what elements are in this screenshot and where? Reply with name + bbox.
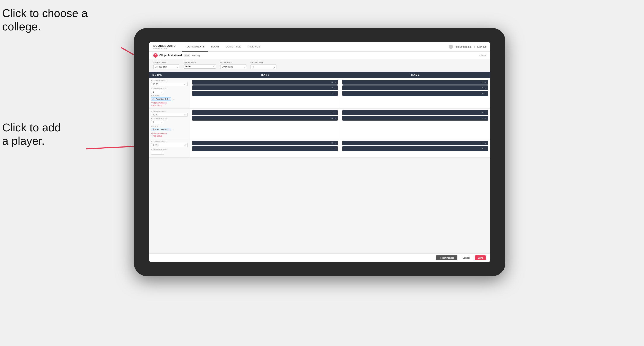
course-add-icon-2[interactable]: ⌄	[172, 128, 174, 131]
remove-icon[interactable]: ✕	[482, 81, 483, 83]
player-slot-2-t2-p2[interactable]: ✕ ⌄	[342, 116, 488, 121]
expand-icon[interactable]: ⌄	[334, 112, 336, 114]
expand-icon[interactable]: ⌄	[484, 142, 486, 144]
intervals-select[interactable]: 10 Minutes	[220, 64, 246, 69]
starting-hole-input-2[interactable]: ⌄	[151, 120, 164, 124]
expand-icon[interactable]: ⌄	[484, 87, 486, 89]
starting-hole-input-1[interactable]: ⌄	[151, 90, 164, 94]
group-size-label: Group Size	[250, 61, 276, 64]
expand-icon[interactable]: ⌄	[334, 81, 336, 83]
starting-time-input-1[interactable]: ⏱	[151, 82, 188, 86]
group-3-left: STARTING TIME: ⏱ STARTING HOLE: ⌄	[149, 139, 190, 158]
expand-icon[interactable]: ⌄	[334, 87, 336, 89]
reset-button[interactable]: Reset Changes	[436, 255, 458, 260]
remove-icon[interactable]: ✕	[331, 148, 333, 150]
player-slot-1-t1-p2[interactable]: ✕ ⌄	[192, 85, 338, 90]
group-size-select-wrap[interactable]: 3	[250, 64, 276, 69]
bottom-bar: Reset Changes Cancel Save	[149, 253, 490, 262]
player-slot-1-t2-p2[interactable]: ✕ ⌄	[342, 85, 488, 90]
player-slot-3-t1-p1[interactable]: ✕ ⌄	[192, 141, 338, 145]
player-slot-3-t2-p2[interactable]: ✕ ⌄	[342, 146, 488, 151]
starting-time-input-3[interactable]: ⏱	[151, 143, 188, 147]
player-slot-1-t2-p1[interactable]: ✕ ⌄	[342, 80, 488, 85]
group-size-select[interactable]: 3	[250, 64, 276, 69]
sign-out-link[interactable]: Sign out	[477, 45, 486, 48]
remove-group-2[interactable]: ↺ Remove Group	[151, 132, 188, 134]
remove-icon[interactable]: ✕	[482, 142, 483, 144]
player-slot-1-t1-p3[interactable]: ✕ ⌄	[192, 91, 338, 96]
nav-right: blair@clippd.io | Sign out	[449, 45, 486, 49]
tablet-screen: SCOREBOARD Powered by clippd Tournaments…	[149, 42, 490, 262]
remove-icon[interactable]: ✕	[331, 92, 333, 94]
expand-icon[interactable]: ⌄	[334, 117, 336, 119]
remove-icon[interactable]: ✕	[482, 112, 483, 114]
course-tag-2[interactable]: 🏌 East Lake GC ×	[151, 128, 171, 131]
cancel-button[interactable]: Cancel	[460, 255, 473, 260]
group-1-team1: ✕ ⌄ ✕ ⌄ ✕ ⌄	[190, 78, 340, 108]
expand-icon[interactable]: ⌄	[484, 117, 486, 119]
tab-rankings[interactable]: Rankings	[244, 42, 263, 52]
remove-group-1[interactable]: ↺ Remove Group	[151, 102, 188, 104]
remove-icon[interactable]: ✕	[482, 92, 483, 94]
start-time-input[interactable]	[185, 65, 212, 68]
expand-icon[interactable]: ⌄	[484, 92, 486, 94]
remove-icon[interactable]: ✕	[331, 112, 333, 114]
add-group-2[interactable]: + Add Group	[151, 135, 188, 137]
tab-tournaments[interactable]: Tournaments	[182, 42, 208, 52]
course-add-icon-1[interactable]: ⌄	[172, 98, 174, 100]
back-button[interactable]: ‹ Back	[479, 54, 486, 57]
player-slot-1-t1-p1[interactable]: ✕ ⌄	[192, 80, 338, 85]
starting-time-input-2[interactable]: ⏱	[151, 113, 188, 117]
group-3-team1: ✕ ⌄ ✕ ⌄	[190, 139, 340, 158]
group-size-group: Group Size 3	[250, 61, 276, 70]
expand-icon[interactable]: ⌄	[334, 142, 336, 144]
intervals-group: Intervals 10 Minutes	[220, 61, 246, 70]
tab-committee[interactable]: Committee	[223, 42, 244, 52]
group-2-team1: ✕ ⌄ ✕ ⌄	[190, 109, 340, 139]
intervals-label: Intervals	[220, 61, 246, 64]
course-tag-remove-1[interactable]: ×	[169, 98, 170, 100]
remove-icon[interactable]: ✕	[331, 81, 333, 83]
remove-icon[interactable]: ✕	[482, 117, 483, 119]
starting-hole-label-2: STARTING HOLE:	[151, 118, 188, 120]
group-row-2: STARTING TIME: ⏱ STARTING HOLE: ⌄ COURSE…	[149, 109, 490, 139]
player-slot-2-t2-p1[interactable]: ✕ ⌄	[342, 110, 488, 115]
remove-icon[interactable]: ✕	[482, 148, 483, 150]
remove-icon[interactable]: ✕	[331, 142, 333, 144]
start-time-input-wrap[interactable]: ⏱	[184, 64, 216, 69]
player-slot-3-t1-p2[interactable]: ✕ ⌄	[192, 146, 338, 151]
tablet-frame: SCOREBOARD Powered by clippd Tournaments…	[134, 28, 505, 276]
remove-icon[interactable]: ✕	[482, 87, 483, 89]
tab-teams[interactable]: Teams	[208, 42, 222, 52]
starting-hole-input-3[interactable]: ⌄	[151, 151, 164, 155]
start-type-select-wrap[interactable]: 1st Tee Start	[153, 64, 179, 69]
group-1-team2: ✕ ⌄ ✕ ⌄ ✕ ⌄	[340, 78, 490, 108]
player-slot-3-t2-p1[interactable]: ✕ ⌄	[342, 141, 488, 145]
intervals-select-wrap[interactable]: 10 Minutes	[220, 64, 246, 69]
remove-icon[interactable]: ✕	[331, 117, 333, 119]
expand-icon[interactable]: ⌄	[334, 148, 336, 150]
arrow-icon-1: ⌄	[161, 91, 162, 93]
user-email: blair@clippd.io	[456, 45, 471, 48]
player-slot-1-t2-p3[interactable]: ✕ ⌄	[342, 91, 488, 96]
tournament-title: Clippd Invitational	[160, 54, 182, 57]
group-1-left: STARTING TIME: ⏱ STARTING HOLE: ⌄ COURSE…	[149, 78, 190, 108]
remove-icon[interactable]: ✕	[331, 87, 333, 89]
clock-icon: ⏱	[212, 66, 214, 68]
course-tag-remove-2[interactable]: ×	[168, 128, 170, 131]
expand-icon[interactable]: ⌄	[484, 112, 486, 114]
avatar	[449, 45, 453, 49]
save-button[interactable]: Save	[475, 255, 486, 260]
col-team2: Team 2	[340, 72, 490, 78]
player-slot-2-t1-p1[interactable]: ✕ ⌄	[192, 110, 338, 115]
group-3-team2: ✕ ⌄ ✕ ⌄	[340, 139, 490, 158]
clock-icon-3: ⏱	[184, 144, 186, 146]
expand-icon[interactable]: ⌄	[484, 148, 486, 150]
expand-icon[interactable]: ⌄	[484, 81, 486, 83]
start-type-select[interactable]: 1st Tee Start	[153, 64, 179, 69]
add-group-1[interactable]: + Add Group	[151, 104, 188, 107]
player-slot-2-t1-p2[interactable]: ✕ ⌄	[192, 116, 338, 121]
course-tag-1[interactable]: (A) Peachtree GC ×	[151, 97, 171, 101]
expand-icon[interactable]: ⌄	[334, 92, 336, 94]
action-links-2: ↺ Remove Group + Add Group	[151, 132, 188, 137]
